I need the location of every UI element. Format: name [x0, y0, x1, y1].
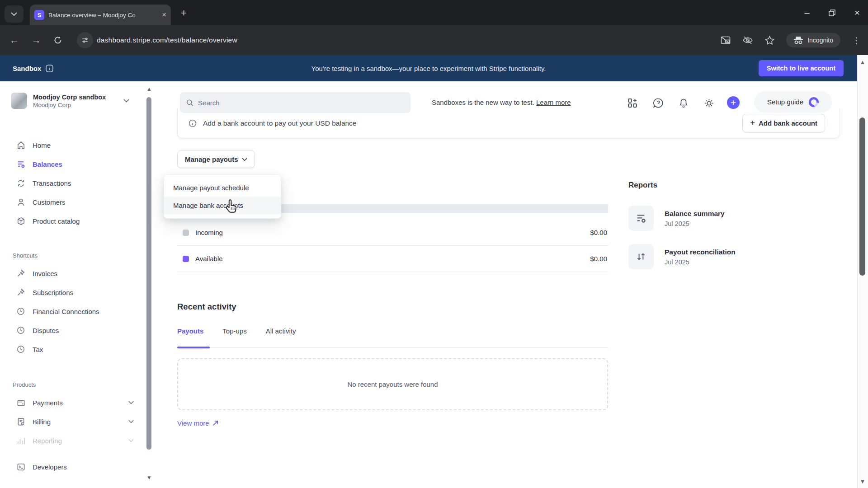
eye-off-icon[interactable] [742, 36, 753, 45]
sidebar-scroll-up-icon[interactable]: ▲ [146, 87, 153, 92]
tab-top-ups[interactable]: Top-ups [222, 327, 246, 345]
report-payout-reconciliation[interactable]: Payout reconciliation Jul 2025 [628, 244, 818, 269]
window-controls: – × [805, 7, 860, 18]
manage-payouts-menu: Manage payout schedule Manage bank accou… [164, 174, 281, 219]
tab-payouts[interactable]: Payouts [177, 327, 203, 345]
bank-account-notice-card: Add a bank account to pay out your USD b… [177, 108, 840, 138]
restore-icon[interactable] [829, 9, 835, 16]
manage-payouts-button[interactable]: Manage payouts [177, 150, 255, 168]
chevron-down-icon [128, 439, 134, 442]
account-switcher[interactable]: Moodjoy Corp sandbox Moodjoy Corp [11, 93, 142, 109]
bank-notice-text: Add a bank account to pay out your USD b… [203, 119, 357, 127]
menu-item-payout-schedule[interactable]: Manage payout schedule [164, 179, 281, 197]
menu-item-bank-accounts[interactable]: Manage bank accounts [164, 197, 281, 214]
site-info-icon[interactable] [77, 32, 93, 48]
browser-menu-icon[interactable]: ⋮ [852, 35, 861, 46]
incognito-icon [793, 36, 803, 44]
search-icon [186, 99, 193, 107]
pin-icon [16, 288, 25, 296]
pin-icon [16, 269, 25, 277]
tab-search-button[interactable] [5, 5, 24, 23]
close-window-icon[interactable]: × [854, 7, 860, 18]
forward-icon[interactable]: → [25, 34, 47, 46]
scroll-down-icon[interactable]: ▼ [859, 478, 866, 485]
browser-toolbar: ← → dashboard.stripe.com/test/balance/ov… [0, 25, 868, 55]
terminal-icon [16, 463, 25, 471]
chevron-down-icon [128, 420, 134, 423]
sidebar-item-financial-connections[interactable]: Financial Connections [11, 302, 140, 321]
clock-icon [16, 307, 25, 315]
sidebar-item-payments[interactable]: Payments [11, 393, 140, 412]
sidebar-scrollbar[interactable] [146, 97, 151, 450]
setup-guide-label: Setup guide [767, 98, 803, 106]
settings-gear-icon[interactable] [703, 97, 715, 109]
learn-more-link[interactable]: Learn more [536, 99, 571, 106]
add-bank-account-button[interactable]: + Add bank account [742, 114, 825, 132]
stripe-favicon: S [34, 10, 44, 20]
view-more-link[interactable]: View more [177, 419, 218, 427]
shortcuts-section-label: Shortcuts [13, 252, 38, 259]
balances-icon [16, 160, 25, 169]
plus-icon: + [750, 118, 755, 128]
sidebar-item-disputes[interactable]: Disputes [11, 321, 140, 340]
search-input[interactable] [198, 99, 404, 107]
transactions-icon [16, 179, 25, 188]
incoming-label: Incoming [195, 229, 223, 236]
available-amount: $0.00 [590, 255, 607, 263]
notifications-bell-icon[interactable] [678, 97, 689, 109]
tab-close-icon[interactable]: × [162, 10, 166, 19]
balance-row-incoming: Incoming $0.00 [177, 220, 608, 246]
incognito-badge: Incognito [786, 33, 840, 47]
clock-icon [16, 345, 25, 353]
help-icon[interactable] [652, 97, 664, 109]
sidebar-item-balances[interactable]: Balances [11, 155, 140, 174]
scroll-up-icon[interactable]: ▲ [859, 59, 866, 66]
sandbox-banner: Sandbox You're testing in a sandbox—your… [0, 55, 857, 81]
account-name: Moodjoy Corp sandbox [33, 94, 106, 101]
sidebar-item-subscriptions[interactable]: Subscriptions [11, 283, 140, 302]
new-tab-button[interactable]: + [181, 8, 187, 18]
pip-blocked-icon[interactable] [721, 36, 731, 44]
sidebar-item-home[interactable]: Home [11, 136, 140, 155]
sidebar-item-product-catalog[interactable]: Product catalog [11, 211, 140, 230]
sidebar-item-customers[interactable]: Customers [11, 192, 140, 211]
switch-to-live-button[interactable]: Switch to live account [759, 60, 844, 76]
back-icon[interactable]: ← [4, 34, 25, 46]
incoming-amount: $0.00 [590, 229, 607, 236]
available-swatch [183, 256, 189, 262]
create-plus-icon[interactable]: + [727, 96, 740, 109]
page-scrollbar-thumb[interactable] [859, 117, 865, 276]
reload-icon[interactable] [47, 36, 69, 45]
info-icon[interactable] [46, 65, 53, 72]
sidebar-item-invoices[interactable]: Invoices [11, 264, 140, 283]
apps-grid-icon[interactable] [627, 97, 638, 109]
sandbox-promo: Sandboxes is the new way to test. Learn … [432, 99, 613, 106]
minimize-icon[interactable]: – [805, 8, 810, 18]
balance-summary-icon [628, 206, 654, 231]
browser-tab[interactable]: S Balance overview – Moodjoy Co × [30, 5, 171, 25]
sidebar-item-developers[interactable]: Developers [11, 457, 140, 476]
sidebar-item-tax[interactable]: Tax [11, 340, 140, 359]
sidebar-item-transactions[interactable]: Transactions [11, 174, 140, 192]
url-text[interactable]: dashboard.stripe.com/test/balance/overvi… [97, 36, 237, 44]
empty-state-text: No recent payouts were found [347, 380, 438, 388]
sidebar-scroll-down-icon[interactable]: ▼ [146, 475, 153, 481]
tab-all-activity[interactable]: All activity [266, 327, 296, 345]
progress-ring-icon [809, 97, 819, 107]
promo-text: Sandboxes is the new way to test. [432, 99, 534, 106]
account-avatar [11, 93, 27, 109]
chevron-down-icon [242, 158, 247, 161]
payout-reconciliation-icon [628, 244, 654, 269]
recent-activity-tabs: Payouts Top-ups All activity [177, 327, 296, 345]
billing-icon [16, 418, 25, 426]
report-balance-summary[interactable]: Balance summary Jul 2025 [628, 206, 818, 231]
sidebar-item-billing[interactable]: Billing [11, 412, 140, 431]
mouse-cursor-hand [223, 199, 239, 217]
browser-tab-strip: S Balance overview – Moodjoy Co × + – × [0, 0, 868, 25]
account-org: Moodjoy Corp [33, 102, 106, 108]
bookmark-star-icon[interactable] [765, 36, 774, 45]
active-tab-indicator [177, 347, 210, 348]
home-icon [16, 141, 25, 150]
chevron-down-icon [123, 99, 129, 103]
sidebar-item-reporting[interactable]: Reporting [11, 431, 140, 450]
